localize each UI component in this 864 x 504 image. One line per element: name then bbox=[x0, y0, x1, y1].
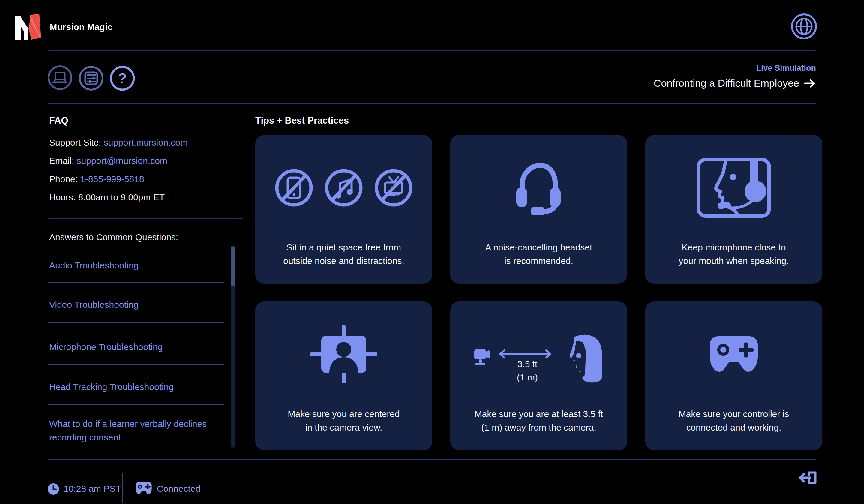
gamepad-status-icon bbox=[136, 482, 152, 494]
faq-link-head-tracking[interactable]: Head Tracking Troubleshooting bbox=[49, 380, 223, 394]
header-divider bbox=[48, 50, 816, 51]
common-questions-heading: Answers to Common Questions: bbox=[49, 232, 178, 242]
controller-icon bbox=[709, 336, 758, 372]
webcam-icon bbox=[473, 348, 492, 365]
logo-red-scribble bbox=[28, 14, 41, 40]
hours-row: Hours: 8:00am to 9:00pm ET bbox=[49, 192, 165, 203]
current-time: 10:28 am PST bbox=[64, 483, 121, 494]
globe-icon[interactable] bbox=[791, 13, 817, 40]
no-tv-icon bbox=[374, 168, 413, 208]
arrow-right-icon bbox=[804, 79, 816, 88]
support-site-row: Support Site: support.mursion.com bbox=[49, 137, 188, 147]
tips-card-grid: Sit in a quiet space free from outside n… bbox=[255, 135, 823, 450]
settings-button[interactable] bbox=[79, 66, 104, 91]
email-link[interactable]: support@mursion.com bbox=[77, 156, 167, 166]
sidebar-divider bbox=[48, 218, 243, 219]
toolbar-divider bbox=[48, 103, 816, 104]
distance-value: 3.5 ft bbox=[501, 359, 554, 369]
sidebar-scrollbar-thumb[interactable] bbox=[231, 247, 235, 287]
phone-row: Phone: 1-855-999-5818 bbox=[49, 174, 144, 184]
app-title: Mursion Magic bbox=[50, 22, 113, 32]
distance-arrow-icon bbox=[498, 349, 553, 359]
head-profile-icon bbox=[556, 333, 604, 383]
tip-card-centered: Make sure you are centered in the camera… bbox=[255, 301, 432, 450]
tip-card-quiet-space: Sit in a quiet space free from outside n… bbox=[255, 135, 432, 284]
controller-status: Connected bbox=[157, 483, 200, 494]
footer-divider bbox=[48, 459, 816, 460]
tip-card-headset: A noise-cancelling headset is recommende… bbox=[450, 135, 627, 284]
faq-sidebar: FAQ Support Site: support.mursion.com Em… bbox=[48, 111, 243, 459]
session-type-label: Live Simulation bbox=[756, 64, 816, 73]
mursion-logo bbox=[13, 13, 44, 40]
footer-vertical-divider bbox=[122, 473, 123, 503]
headset-icon bbox=[512, 160, 566, 216]
session-title: Confronting a Difficult Employee bbox=[654, 77, 799, 89]
faq-link-consent[interactable]: What to do if a learner verbally decline… bbox=[49, 417, 223, 444]
tip-card-distance: 3.5 ft (1 m) Make sure you are at least … bbox=[450, 301, 627, 450]
distance-value-metric: (1 m) bbox=[501, 372, 554, 383]
device-check-button[interactable] bbox=[47, 65, 73, 90]
faq-link-audio[interactable]: Audio Troubleshooting bbox=[49, 259, 223, 272]
laptop-icon bbox=[53, 73, 67, 82]
clock-icon bbox=[47, 483, 59, 495]
sliders-icon bbox=[85, 72, 97, 84]
mic-close-to-mouth-icon bbox=[697, 158, 771, 218]
centered-in-camera-icon bbox=[311, 325, 377, 383]
exit-icon[interactable] bbox=[799, 470, 817, 485]
help-button[interactable]: ? bbox=[110, 66, 135, 91]
faq-heading: FAQ bbox=[49, 115, 69, 126]
session-title-link[interactable]: Confronting a Difficult Employee bbox=[654, 77, 816, 89]
tips-heading: Tips + Best Practices bbox=[255, 115, 349, 126]
tip-card-controller: Make sure your controller is connected a… bbox=[645, 301, 822, 450]
faq-link-video[interactable]: Video Troubleshooting bbox=[49, 298, 223, 311]
no-music-icon bbox=[324, 168, 363, 208]
faq-link-microphone[interactable]: Microphone Troubleshooting bbox=[49, 340, 223, 354]
email-row: Email: support@mursion.com bbox=[49, 156, 167, 166]
tip-card-mic-close: Keep microphone close to your mouth when… bbox=[645, 135, 822, 284]
question-mark-icon: ? bbox=[118, 71, 127, 86]
no-phone-icon bbox=[274, 168, 314, 208]
phone-link[interactable]: 1-855-999-5818 bbox=[80, 174, 144, 184]
support-site-link[interactable]: support.mursion.com bbox=[104, 137, 188, 147]
